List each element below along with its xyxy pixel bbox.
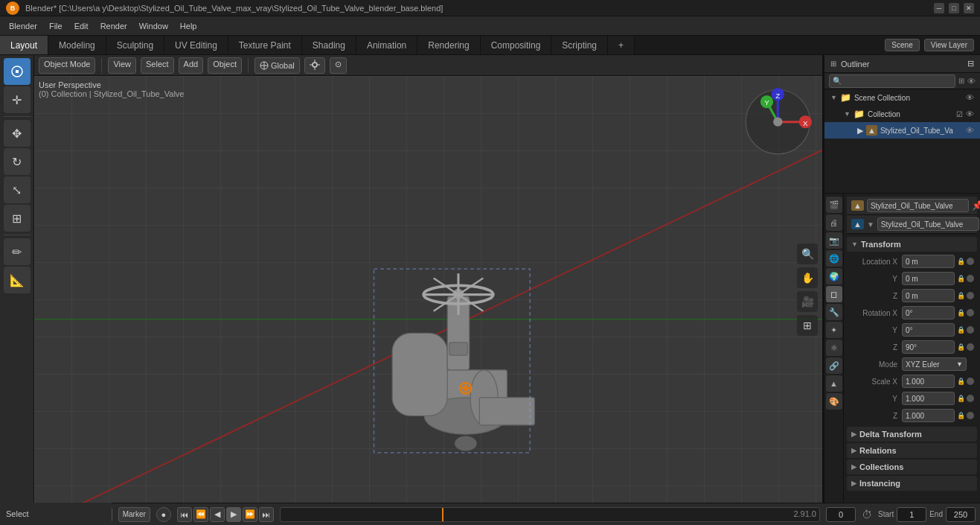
object-visibility[interactable]: 👁 [966,126,974,135]
rotation-x-value[interactable]: 0° [902,306,955,319]
transform-tool-button[interactable]: ⊞ [4,205,31,232]
object-menu-button[interactable]: Object [208,57,242,74]
outliner-filter-icon[interactable]: ⊟ [967,59,974,69]
menu-render[interactable]: Render [95,20,133,32]
current-frame-display[interactable]: 0 [826,507,856,522]
select-menu-button[interactable]: Select [141,57,174,74]
scene-props-icon[interactable]: 🌐 [826,250,842,267]
collection-visibility[interactable]: 👁 [966,109,974,118]
menu-edit[interactable]: Edit [68,20,95,32]
select-tool-button[interactable] [4,58,31,85]
rotation-z-lock[interactable]: 🔒 [955,343,967,351]
collection-checkbox[interactable]: ☑ [956,110,963,118]
annotate-tool-button[interactable]: ✏ [4,238,31,265]
pin-icon[interactable]: 📌 [972,200,980,211]
minimize-button[interactable]: ─ [934,3,944,13]
tab-rendering[interactable]: Rendering [417,36,480,54]
constraints-props-icon[interactable]: 🔗 [826,357,842,374]
rotate-tool-button[interactable]: ↻ [4,148,31,175]
timeline-track[interactable] [280,507,820,522]
transform-section-header[interactable]: ▼ Transform [847,237,977,252]
location-x-value[interactable]: 0 m [902,255,955,268]
relations-header[interactable]: ▶ Relations [847,443,977,458]
menu-blender[interactable]: Blender [3,20,43,32]
viewport-search-button[interactable]: 🔍 [797,244,818,264]
scale-y-keyframe[interactable] [967,395,974,402]
tab-animation[interactable]: Animation [356,36,417,54]
viewport-grid-button[interactable]: ⊞ [797,315,818,336]
rotation-x-keyframe[interactable] [967,309,974,316]
scale-z-keyframe[interactable] [967,412,974,419]
view-layer-props-icon[interactable]: 📷 [826,232,842,249]
location-x-keyframe[interactable] [967,258,974,265]
marker-menu-button[interactable]: Marker [118,507,150,522]
rotation-y-value[interactable]: 0° [902,323,955,337]
location-y-value[interactable]: 0 m [902,272,955,285]
mesh-name-field[interactable] [877,217,979,231]
play-button[interactable]: ▶ [226,507,241,522]
delta-transform-header[interactable]: ▶ Delta Transform [847,427,977,442]
outliner-search-input[interactable] [829,74,955,88]
scale-x-keyframe[interactable] [967,378,974,385]
rotation-z-keyframe[interactable] [967,343,974,351]
move-tool-button[interactable]: ✥ [4,120,31,147]
tab-compositing[interactable]: Compositing [481,36,552,54]
location-x-lock[interactable]: 🔒 [955,258,967,265]
tab-uv-editing[interactable]: UV Editing [164,36,228,54]
location-y-keyframe[interactable] [967,275,974,282]
tab-modeling[interactable]: Modeling [48,36,106,54]
close-button[interactable]: ✕ [964,3,974,13]
viewport-camera-button[interactable]: 🎥 [797,291,818,312]
physics-props-icon[interactable]: ⚛ [826,340,842,356]
location-z-value[interactable]: 0 m [902,289,955,302]
output-props-icon[interactable]: 🖨 [826,214,842,231]
add-workspace-button[interactable]: + [608,36,635,54]
right-panel-divider[interactable] [822,55,824,503]
viewport-grab-button[interactable]: ✋ [797,267,818,288]
scale-y-value[interactable]: 1.000 [902,392,955,405]
rotation-y-lock[interactable]: 🔒 [955,326,967,334]
proportional-edit-button[interactable]: ⊙ [330,57,347,74]
scale-x-value[interactable]: 1.000 [902,375,955,388]
viewport-3d[interactable]: X Y Z User Perspective (0) Collection | … [34,76,824,503]
jump-start-button[interactable]: ⏮ [177,507,192,522]
outliner-collection[interactable]: ▼ 📁 Collection ☑ 👁 [824,106,980,122]
add-menu-button[interactable]: Add [179,57,204,74]
instancing-header[interactable]: ▶ Instancing [847,476,977,491]
outliner-scene-collection[interactable]: ▼ 📁 Scene Collection 👁 [824,89,980,106]
scale-y-lock[interactable]: 🔒 [955,395,967,402]
rotation-mode-value[interactable]: XYZ Euler ▼ [902,357,967,371]
scene-selector[interactable]: Scene [885,39,919,51]
measure-tool-button[interactable]: 📐 [4,267,31,293]
record-button[interactable]: ● [156,507,171,522]
jump-end-button[interactable]: ⏭ [259,507,274,522]
menu-file[interactable]: File [43,20,68,32]
mesh-dropdown-icon[interactable]: ▼ [867,220,874,229]
modifier-props-icon[interactable]: 🔧 [826,304,842,320]
rotation-y-keyframe[interactable] [967,326,974,334]
end-frame-display[interactable]: 250 [946,507,976,522]
location-z-keyframe[interactable] [967,292,974,299]
mode-selector[interactable]: Object Mode [39,57,95,74]
transform-orientation-button[interactable]: Global [254,57,300,74]
outliner-object-item[interactable]: ▶ ▲ Stylized_Oil_Tube_Va 👁 [824,122,980,139]
menu-window[interactable]: Window [133,20,174,32]
tab-texture-paint[interactable]: Texture Paint [228,36,302,54]
location-y-lock[interactable]: 🔒 [955,275,967,282]
outliner-eye-icon[interactable]: 👁 [967,77,976,86]
scale-tool-button[interactable]: ⤡ [4,176,31,203]
scene-collection-visibility[interactable]: 👁 [966,93,974,102]
collections-header[interactable]: ▶ Collections [847,459,977,474]
world-props-icon[interactable]: 🌍 [826,268,842,284]
step-forward-button[interactable]: ⏩ [243,507,257,522]
menu-help[interactable]: Help [174,20,203,32]
object-name-field[interactable] [867,199,969,212]
data-props-icon[interactable]: ▲ [826,375,842,392]
view-layer-selector[interactable]: View Layer [924,39,974,51]
rotation-x-lock[interactable]: 🔒 [955,309,967,316]
scale-x-lock[interactable]: 🔒 [955,378,967,385]
location-z-lock[interactable]: 🔒 [955,292,967,299]
tab-sculpting[interactable]: Sculpting [106,36,164,54]
material-props-icon[interactable]: 🎨 [826,393,842,410]
step-back-button[interactable]: ⏪ [193,507,208,522]
